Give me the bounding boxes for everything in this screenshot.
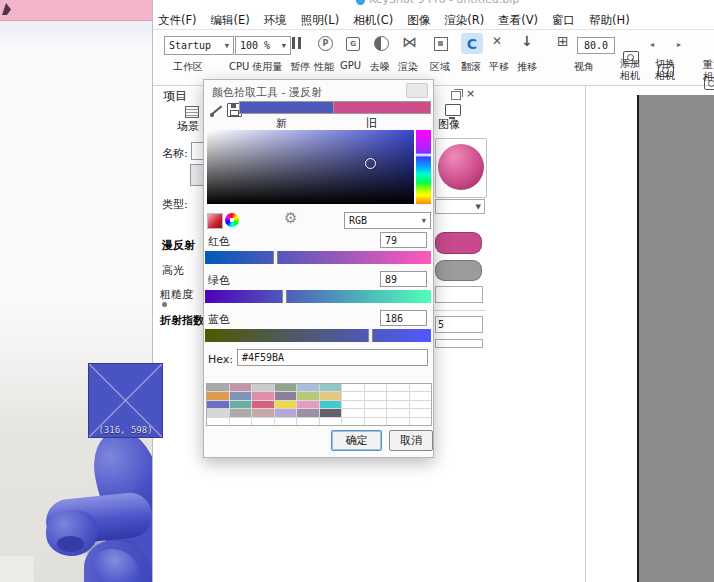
swatch-cell[interactable] [320, 418, 342, 425]
swatch-cell[interactable] [230, 392, 252, 399]
swatch-cell[interactable] [207, 392, 229, 399]
menu-window[interactable]: 窗口 [552, 13, 575, 28]
swatch-cell[interactable] [410, 409, 432, 416]
swatch-cell[interactable] [342, 392, 364, 399]
swatch-cell[interactable] [252, 392, 274, 399]
swatch-cell[interactable] [365, 392, 387, 399]
property-roughness[interactable]: 粗糙度 [160, 287, 193, 302]
menu-environment[interactable]: 环境 [264, 13, 287, 28]
menu-lighting[interactable]: 照明(L) [301, 13, 339, 28]
property-refraction[interactable]: 折射指数 [160, 313, 204, 328]
roughness-field[interactable] [435, 286, 483, 303]
fov-field[interactable]: 80.0 [577, 37, 615, 54]
swatch-cell[interactable] [297, 418, 319, 425]
red-value-field[interactable]: 79 [380, 232, 427, 248]
menu-view[interactable]: 查看(V) [498, 13, 538, 28]
swatch-cell[interactable] [275, 418, 297, 425]
swatch-cell[interactable] [252, 418, 274, 425]
diffuse-color-swatch[interactable] [435, 232, 482, 254]
blue-value-field[interactable]: 186 [380, 310, 427, 326]
render-icon[interactable]: ⋈ [402, 33, 417, 51]
blue-slider-handle[interactable] [368, 329, 373, 342]
menu-file[interactable]: 文件(F) [158, 13, 197, 28]
color-wheel-icon[interactable] [225, 213, 239, 227]
swatch-cell[interactable] [387, 409, 409, 416]
menu-render[interactable]: 渲染(R) [444, 13, 484, 28]
saturation-value-picker[interactable] [207, 130, 414, 204]
swatch-cell[interactable] [365, 384, 387, 391]
swatch-cell[interactable] [207, 409, 229, 416]
swatch-cell[interactable] [297, 392, 319, 399]
swatch-mode-icon[interactable] [207, 213, 223, 229]
green-value-field[interactable]: 89 [380, 271, 427, 287]
cpu-usage-dropdown[interactable]: 100 %▼ [235, 36, 291, 55]
viewport[interactable] [639, 95, 714, 582]
region-icon[interactable] [434, 37, 448, 51]
pan-icon[interactable]: ✕ [492, 34, 502, 48]
scene-tab-icon[interactable] [185, 106, 199, 118]
gear-icon[interactable]: ⚙ [284, 209, 297, 227]
swatch-cell[interactable] [410, 418, 432, 425]
swatch-cell[interactable] [230, 401, 252, 408]
prev-camera-icon[interactable]: ◂ [650, 40, 654, 49]
swatch-cell[interactable] [207, 418, 229, 425]
tumble-icon[interactable]: C [461, 33, 483, 54]
swatch-cell[interactable] [387, 384, 409, 391]
swatch-cell[interactable] [275, 392, 297, 399]
menu-edit[interactable]: 编辑(E) [211, 13, 250, 28]
dolly-icon[interactable]: ↓ [521, 33, 533, 49]
swatch-cell[interactable] [297, 384, 319, 391]
blue-slider[interactable] [205, 329, 431, 342]
red-slider-handle[interactable] [273, 251, 278, 264]
refraction-field[interactable]: 5 [435, 316, 483, 333]
roughness-slider-handle[interactable] [162, 302, 167, 307]
material-preview[interactable] [435, 138, 487, 198]
performance-icon[interactable]: P [318, 36, 333, 51]
swatch-cell[interactable] [365, 409, 387, 416]
float-panel-icon[interactable] [451, 91, 461, 100]
swatch-cell[interactable] [365, 418, 387, 425]
swatch-cell[interactable] [275, 384, 297, 391]
swatch-cell[interactable] [230, 409, 252, 416]
material-type-dropdown[interactable]: ▼ [435, 199, 485, 214]
swatch-cell[interactable] [342, 418, 364, 425]
swatch-cell[interactable] [207, 384, 229, 391]
swatch-cell[interactable] [342, 401, 364, 408]
color-mode-dropdown[interactable]: RGB▼ [344, 212, 431, 229]
swatch-cell[interactable] [252, 409, 274, 416]
swatch-cell[interactable] [230, 384, 252, 391]
swatch-cell[interactable] [410, 401, 432, 408]
swatch-cell[interactable] [252, 401, 274, 408]
swatch-cell[interactable] [320, 409, 342, 416]
swatch-cell[interactable] [410, 384, 432, 391]
scene-tab-label[interactable]: 场景 [177, 119, 199, 134]
property-specular[interactable]: 高光 [162, 263, 184, 278]
swatch-cell[interactable] [320, 384, 342, 391]
swatch-cell[interactable] [342, 384, 364, 391]
next-camera-icon[interactable]: ▸ [677, 40, 681, 49]
color-cursor[interactable] [365, 158, 376, 169]
perspective-icon[interactable]: ⊞ [557, 33, 569, 49]
swatch-cell[interactable] [320, 392, 342, 399]
swatch-cell[interactable] [252, 384, 274, 391]
menu-image[interactable]: 图像 [407, 13, 430, 28]
menu-camera[interactable]: 相机(C) [353, 13, 393, 28]
cancel-button[interactable]: 取消 [389, 430, 433, 451]
swatch-cell[interactable] [365, 401, 387, 408]
swatch-cell[interactable] [320, 401, 342, 408]
pause-icon[interactable] [292, 37, 301, 49]
denoise-icon[interactable] [374, 36, 389, 51]
close-panel-icon[interactable]: × [466, 88, 475, 99]
extra-field[interactable] [435, 339, 483, 348]
swatch-cell[interactable] [297, 409, 319, 416]
swatch-cell[interactable] [275, 409, 297, 416]
menu-help[interactable]: 帮助(H) [589, 13, 630, 28]
property-diffuse[interactable]: 漫反射 [162, 238, 195, 253]
swatch-cell[interactable] [207, 401, 229, 408]
gpu-icon[interactable]: G [346, 37, 360, 51]
green-slider[interactable] [205, 290, 431, 303]
swatch-cell[interactable] [410, 392, 432, 399]
green-slider-handle[interactable] [282, 290, 287, 303]
image-tab-label[interactable]: 图像 [438, 117, 460, 132]
swatch-cell[interactable] [387, 418, 409, 425]
